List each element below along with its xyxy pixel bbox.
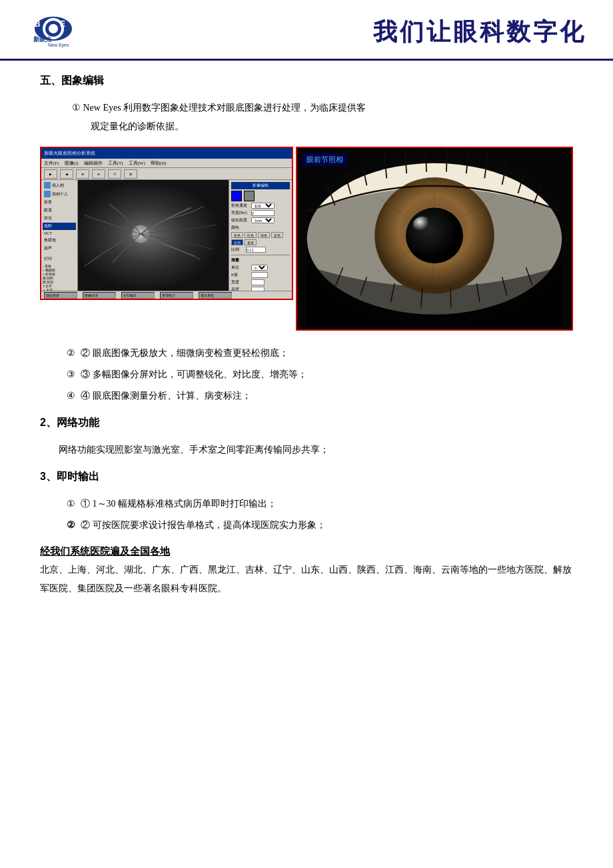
section5-item2: ② ② 眼底图像无极放大，细微病变检查更轻松彻底； — [40, 344, 573, 363]
sw-color-btn1[interactable]: 彩色 — [231, 232, 243, 238]
footer-section: 经我们系统医院遍及全国各地 北京、上海、河北、湖北、广东、广西、黑龙江、吉林、辽… — [40, 545, 573, 598]
page-header: B E 新眼光 New Eyes 我们让眼科数字化 — [0, 0, 613, 61]
section5-item3: ③ ③ 多幅图像分屏对比，可调整锐化、对比度、增亮等； — [40, 365, 573, 384]
svg-point-18 — [413, 217, 432, 234]
svg-text:B: B — [35, 19, 41, 29]
eye-photo-label: 眼前节照相 — [303, 153, 347, 166]
sw-status-5[interactable]: 退出系统 — [199, 292, 232, 299]
sw-sidebar-fluor: 荧光 — [43, 215, 76, 222]
sw-status-2[interactable]: 图像处理 — [83, 292, 116, 299]
sw-btn-4: ⊖ — [92, 169, 105, 179]
sw-btn-2: ◀ — [60, 169, 73, 179]
eye-photo: 眼前节照相 — [296, 147, 573, 331]
sw-sidebar: 病人档 病例个人 前查 眼底 荧光 视野 OCT 角膜地 超声 打印 / 直线 — [41, 180, 78, 291]
sw-ctrl-colormode: 颜色 — [231, 225, 290, 231]
sw-sharpen-select[interactable]: 1mm — [251, 217, 275, 223]
sw-color-btn3[interactable]: 绿色 — [258, 232, 270, 238]
header-tagline: 我们让眼科数字化 — [373, 16, 586, 49]
item4-text: ④ 眼底图像测量分析、计算、病变标注； — [81, 387, 251, 405]
sw-title-text: 新眼光眼底照相分析系统 — [44, 150, 95, 157]
footer-heading: 经我们系统医院遍及全国各地 — [40, 545, 573, 558]
sw-width-input[interactable] — [251, 279, 265, 285]
sw-ctrl-unit: 单位 mm — [231, 265, 290, 271]
svg-text:E: E — [60, 19, 65, 29]
sw-status-4[interactable]: 管理统计 — [160, 292, 193, 299]
logo-area: B E 新眼光 New Eyes — [27, 12, 80, 52]
sw-sidebar-oct: OCT — [43, 231, 76, 236]
sw-menubar: 文件(F) 图像(I) 编辑操作 工具(T) 工具(W) 帮助(H) — [41, 159, 292, 168]
sw-reset-btn[interactable]: 复原 — [245, 239, 257, 245]
sw-btn-5: ↺ — [108, 169, 121, 179]
sw-menu-window: 工具(W) — [129, 160, 145, 167]
sw-btn-3: ⊕ — [76, 169, 89, 179]
output-item2-text: ② 可按医院要求设计报告单格式，提高体现医院实力形象； — [81, 516, 326, 535]
svg-line-24 — [426, 148, 426, 172]
sw-measure-title: 测量 — [231, 257, 290, 263]
main-content: 五、图象编辑 ① New Eyes 利用数字图象处理技术对眼底图象进行处理，为临… — [0, 61, 613, 618]
sw-sidebar-print: 打印 — [43, 255, 76, 263]
section5-item1: ① New Eyes 利用数字图象处理技术对眼底图象进行处理，为临床提供客 观定… — [40, 99, 573, 136]
footer-text: 北京、上海、河北、湖北、广东、广西、黑龙江、吉林、辽宁、山东、山西、陕西、江西、… — [40, 561, 573, 598]
sw-statusbar: 就诊患者 图像处理 打印输出 管理统计 退出系统 — [41, 291, 292, 299]
sw-ctrl-brightness: 亮度(Bri) — [231, 210, 290, 216]
output-item1: ① ① 1～30 幅规格标准格式病历单即时打印输出； — [40, 495, 573, 513]
item2-text: ② 眼底图像无极放大，细微病变检查更轻松彻底； — [81, 344, 289, 363]
sw-color-btn2[interactable]: 红色 — [245, 232, 257, 238]
sw-channel-select[interactable]: 彩色 — [251, 203, 275, 209]
logo-icon: B E 新眼光 New Eyes — [27, 12, 80, 52]
sw-k-input[interactable] — [251, 272, 268, 278]
sw-brightness-input[interactable] — [251, 210, 275, 216]
sw-status-1[interactable]: 就诊患者 — [44, 292, 77, 299]
sw-sidebar-ultrasound: 超声 — [43, 245, 76, 252]
sw-apply-btn[interactable]: 应用 — [231, 239, 243, 245]
sw-sidebar-patient: 病人档 — [43, 181, 76, 189]
software-screenshot: 新眼光眼底照相分析系统 文件(F) 图像(I) 编辑操作 工具(T) 工具(W)… — [40, 147, 293, 300]
svg-text:新眼光: 新眼光 — [33, 35, 52, 43]
sw-ctrl-channel: 彩色通道 彩色 — [231, 203, 290, 209]
sw-ctrl-kd: K值 — [231, 272, 290, 278]
sw-btn-6: ⊞ — [124, 169, 137, 179]
sw-rightpanel: 影像编辑 彩色通道 彩色 亮度(Bri) 锐化程度 — [229, 180, 292, 291]
item1-line1: ① New Eyes 利用数字图象处理技术对眼底图象进行处理，为临床提供客 — [72, 99, 366, 117]
svg-point-3 — [49, 24, 58, 33]
sw-canvas — [78, 180, 229, 291]
sw-menu-tools: 工具(T) — [108, 160, 123, 167]
eye-svg — [297, 148, 572, 329]
sw-sidebar-section: 前查 — [43, 199, 76, 206]
sw-menu-image: 图像(I) — [65, 160, 79, 167]
sw-panel-title: 影像编辑 — [231, 182, 290, 189]
sw-color-btn4[interactable]: 蓝色 — [271, 232, 283, 238]
sw-titlebar: 新眼光眼底照相分析系统 — [41, 148, 292, 159]
sw-menu-file: 文件(F) — [44, 160, 59, 167]
output-item1-text: ① 1～30 幅规格标准格式病历单即时打印输出； — [81, 495, 277, 513]
section-output: 3、即时输出 ① ① 1～30 幅规格标准格式病历单即时打印输出； ② ② 可按… — [40, 470, 573, 535]
sw-btn-1: ▶ — [44, 169, 57, 179]
images-row: 新眼光眼底照相分析系统 文件(F) 图像(I) 编辑操作 工具(T) 工具(W)… — [40, 147, 573, 331]
network-heading: 2、网络功能 — [40, 416, 573, 430]
svg-line-25 — [446, 148, 447, 172]
sw-body: 病人档 病例个人 前查 眼底 荧光 视野 OCT 角膜地 超声 打印 / 直线 — [41, 180, 292, 291]
section5-heading: 五、图象编辑 — [40, 74, 573, 88]
sw-sidebar-retina: 眼底 — [43, 207, 76, 214]
retina-image — [78, 180, 229, 291]
retina-svg — [78, 180, 229, 291]
sw-status-3[interactable]: 打印输出 — [121, 292, 155, 299]
sw-menu-edit: 编辑操作 — [84, 160, 103, 167]
section-network: 2、网络功能 网络功能实现照影室与激光室、手术室之间零距离传输同步共享； — [40, 416, 573, 459]
svg-point-17 — [406, 208, 463, 264]
sw-ctrl-scale: 比例 — [231, 247, 290, 253]
item1-line2: 观定量化的诊断依据。 — [72, 117, 366, 136]
output-heading: 3、即时输出 — [40, 470, 573, 484]
svg-rect-8 — [78, 180, 229, 291]
sw-unit-select[interactable]: mm — [251, 265, 268, 271]
sw-scale-input[interactable] — [246, 247, 266, 253]
sw-toolbar: ▶ ◀ ⊕ ⊖ ↺ ⊞ — [41, 168, 292, 180]
sw-menu-help: 帮助(H) — [151, 160, 167, 167]
sw-ctrl-width: 宽度 — [231, 279, 290, 285]
item3-text: ③ 多幅图像分屏对比，可调整锐化、对比度、增亮等； — [81, 365, 307, 384]
section5-item4: ④ ④ 眼底图像测量分析、计算、病变标注； — [40, 387, 573, 405]
sw-ctrl-sharpen: 锐化程度 1mm — [231, 217, 290, 223]
svg-text:New Eyes: New Eyes — [48, 43, 69, 48]
output-item2: ② ② 可按医院要求设计报告单格式，提高体现医院实力形象； — [40, 516, 573, 535]
sw-sidebar-active: 视野 — [43, 223, 76, 230]
